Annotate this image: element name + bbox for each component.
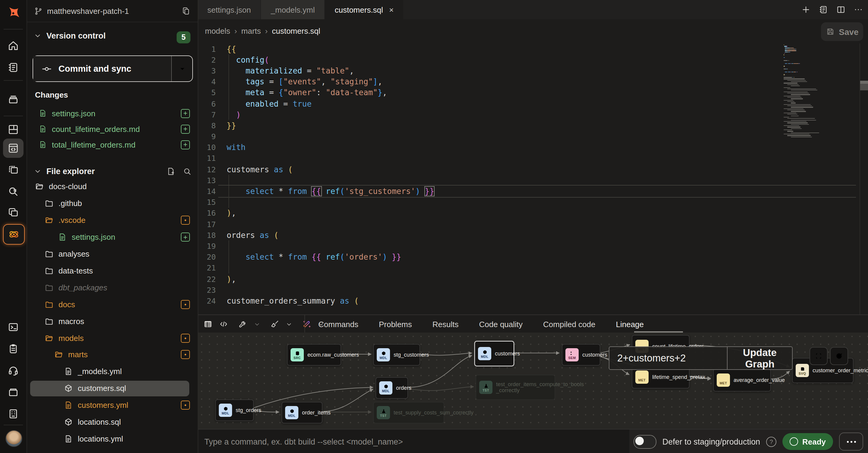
rail-organization-button[interactable] bbox=[3, 404, 24, 423]
rail-clipboard-button[interactable] bbox=[3, 339, 24, 358]
lineage-node-orders[interactable]: MDL orders bbox=[375, 377, 408, 399]
rail-archive-button[interactable] bbox=[3, 90, 24, 109]
stage-file-button[interactable]: + bbox=[181, 140, 190, 149]
file-tree-item-customers.sql[interactable]: customers.sql bbox=[27, 380, 198, 397]
lineage-node-average_order_value[interactable]: MET average_order_value bbox=[713, 369, 771, 392]
rail-grid-button[interactable] bbox=[3, 120, 24, 139]
file-tree-item-analyses[interactable]: analyses bbox=[27, 246, 198, 262]
file-tree-item-docs-cloud[interactable]: docs-cloud bbox=[27, 178, 198, 195]
close-tab-icon[interactable]: × bbox=[389, 5, 394, 14]
changed-file-count_lifetime_orders.md[interactable]: count_lifetime_orders.md + bbox=[27, 121, 198, 137]
file-icon bbox=[38, 140, 47, 149]
lineage-graph[interactable]: SRC ecom.raw_customers MDL stg_customers… bbox=[198, 332, 868, 429]
lineage-node-order_items[interactable]: MDL order_items bbox=[281, 402, 322, 423]
breadcrumb-segment[interactable]: marts bbox=[241, 27, 261, 36]
lineage-node-raw_customers[interactable]: SRC ecom.raw_customers bbox=[287, 344, 341, 366]
lineage-selector-input[interactable]: 2+customers+2 bbox=[610, 352, 727, 364]
branch-row[interactable]: matthewshaver-patch-1 bbox=[27, 0, 198, 22]
rail-home-button[interactable] bbox=[3, 36, 24, 56]
editor-tab-customers.sql[interactable]: customers.sql× bbox=[325, 0, 403, 19]
help-icon[interactable]: ? bbox=[766, 436, 776, 447]
panel-tab-lineage[interactable]: Lineage bbox=[616, 320, 644, 329]
file-tree-item-settings.json[interactable]: settings.json+ bbox=[27, 229, 198, 246]
build-wrench-icon[interactable] bbox=[238, 319, 248, 329]
rail-terminal-button[interactable] bbox=[3, 318, 24, 337]
more-actions-button[interactable] bbox=[839, 432, 863, 451]
defer-toggle[interactable] bbox=[633, 434, 656, 449]
lineage-node-stg_customers[interactable]: MDL stg_customers bbox=[373, 344, 420, 366]
file-tree-item-customers.yml[interactable]: customers.yml• bbox=[27, 397, 198, 414]
panel-tab-code-quality[interactable]: Code quality bbox=[479, 320, 523, 329]
results-table-icon[interactable] bbox=[203, 319, 213, 329]
rail-copilot-button[interactable] bbox=[3, 224, 25, 245]
split-editor-icon[interactable] bbox=[836, 5, 846, 14]
stage-file-button[interactable]: + bbox=[181, 124, 190, 133]
update-graph-button[interactable]: Update Graph bbox=[727, 347, 792, 369]
changed-file-settings.json[interactable]: settings.json + bbox=[27, 105, 198, 121]
panel-tab-problems[interactable]: Problems bbox=[379, 320, 412, 329]
search-icon[interactable] bbox=[183, 167, 192, 175]
breadcrumb[interactable]: models›marts›customers.sql bbox=[205, 27, 320, 36]
breadcrumb-segment[interactable]: customers.sql bbox=[272, 27, 320, 36]
file-tree-item-marts[interactable]: marts• bbox=[27, 346, 198, 363]
ready-status-badge[interactable]: Ready bbox=[782, 433, 833, 450]
indent-guide bbox=[228, 197, 229, 207]
refresh-graph-button[interactable] bbox=[830, 347, 848, 365]
commit-button-main[interactable]: Commit and sync bbox=[33, 56, 171, 81]
rail-windows-button[interactable] bbox=[3, 203, 24, 222]
rail-code-editor-button[interactable] bbox=[3, 138, 24, 158]
lineage-node-test_order_items[interactable]: TST test_order_items_compute_to_bools _c… bbox=[475, 375, 555, 400]
rail-audit-search-button[interactable] bbox=[3, 182, 24, 201]
file-tree-item-locations.sql[interactable]: locations.sql bbox=[27, 414, 198, 430]
more-options-icon[interactable] bbox=[854, 5, 863, 14]
ai-fix-wand-icon[interactable] bbox=[302, 319, 312, 329]
file-tree-item-docs[interactable]: docs• bbox=[27, 296, 198, 313]
new-file-icon[interactable] bbox=[166, 167, 176, 175]
chevron-down-icon[interactable] bbox=[286, 321, 292, 327]
minimap-slider[interactable] bbox=[860, 81, 868, 84]
commit-dropdown-button[interactable] bbox=[172, 56, 192, 81]
editor-tab-settings.json[interactable]: settings.json bbox=[198, 0, 261, 19]
save-button[interactable]: Save bbox=[821, 22, 863, 41]
editor-tab-_models.yml[interactable]: _models.yml bbox=[261, 0, 324, 19]
file-tree-item-data-tests[interactable]: data-tests bbox=[27, 262, 198, 279]
file-tree-item-dbt_packages[interactable]: dbt_packages bbox=[27, 279, 198, 296]
panel-tab-compiled-code[interactable]: Compiled code bbox=[543, 320, 595, 329]
indent-guide bbox=[228, 252, 229, 262]
lineage-node-customers_sem[interactable]: SEM customers bbox=[562, 344, 600, 366]
changed-file-total_lifetime_orders.md[interactable]: total_lifetime_orders.md + bbox=[27, 137, 198, 153]
rail-app-window-button[interactable] bbox=[3, 160, 24, 180]
panel-toolbar-divider bbox=[304, 315, 305, 333]
code-line-9: 9 bbox=[198, 131, 868, 142]
chevron-down-icon[interactable] bbox=[254, 321, 260, 327]
breadcrumb-segment[interactable]: models bbox=[205, 27, 230, 36]
lineage-node-test_supply[interactable]: TST test_supply_costs_sum_correctly bbox=[373, 402, 444, 423]
version-control-header[interactable]: Version control bbox=[34, 31, 106, 40]
format-broom-icon[interactable] bbox=[270, 319, 280, 329]
file-tree-item-.github[interactable]: .github bbox=[27, 195, 198, 212]
file-explorer-header[interactable]: File explorer bbox=[27, 163, 198, 180]
stage-file-button[interactable]: + bbox=[181, 109, 190, 118]
code-editor[interactable]: 1{{2 config(3 materialized = "table",4 t… bbox=[198, 43, 868, 306]
fullscreen-button[interactable] bbox=[809, 347, 828, 365]
rail-docs-button[interactable] bbox=[3, 58, 24, 77]
docs-icon bbox=[7, 61, 19, 73]
command-input[interactable]: Type a command, ex. dbt build --select <… bbox=[198, 429, 629, 453]
lineage-node-stg_orders[interactable]: MDL stg_orders bbox=[215, 399, 254, 421]
lineage-node-customers_mdl[interactable]: MDL customers bbox=[474, 341, 514, 366]
user-avatar[interactable] bbox=[5, 430, 22, 447]
file-tree-item-_models.yml[interactable]: _models.yml bbox=[27, 363, 198, 380]
new-tab-icon[interactable] bbox=[801, 5, 811, 14]
file-tree-item-models[interactable]: models• bbox=[27, 329, 198, 346]
file-tree-item-macros[interactable]: macros bbox=[27, 313, 198, 329]
rail-headset-button[interactable] bbox=[3, 361, 24, 380]
file-tree-item-.vscode[interactable]: .vscode• bbox=[27, 212, 198, 229]
dbt-logo-icon[interactable] bbox=[5, 5, 22, 22]
rail-projects-button[interactable] bbox=[3, 383, 24, 402]
code-view-icon[interactable] bbox=[219, 319, 228, 329]
notebook-list-icon[interactable] bbox=[818, 5, 828, 14]
file-tree-item-locations.yml[interactable]: locations.yml bbox=[27, 430, 198, 447]
panel-tab-commands[interactable]: Commands bbox=[318, 320, 358, 329]
copy-icon[interactable] bbox=[181, 6, 190, 15]
panel-tab-results[interactable]: Results bbox=[433, 320, 459, 329]
